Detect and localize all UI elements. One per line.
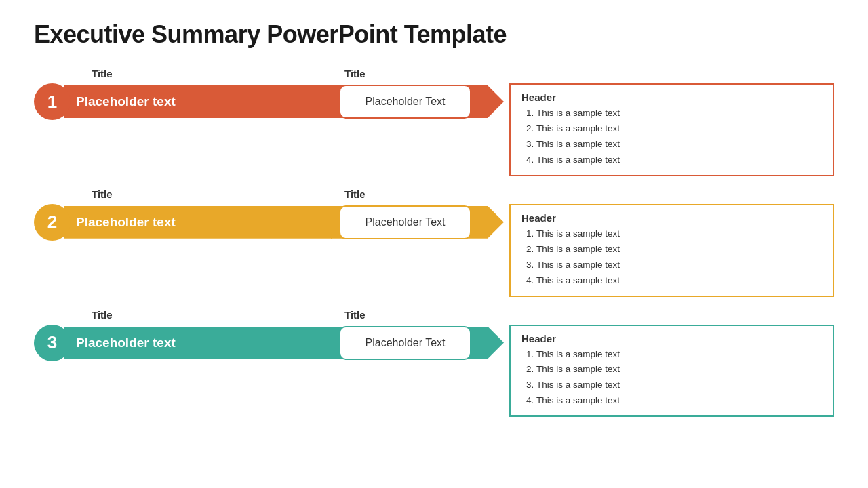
col-title-left-3: Title <box>34 309 332 321</box>
row-2: Title 2 Placeholder text Title Placehold… <box>34 188 834 297</box>
middle-section-3: Title Placeholder Text <box>331 309 504 363</box>
list-item: This is a sample text <box>536 152 822 168</box>
col-title-mid-3: Title <box>331 309 504 321</box>
mid-box-text-3: Placeholder Text <box>366 337 446 349</box>
mid-box-3: Placeholder Text <box>339 326 471 360</box>
right-box-3: Header This is a sample text This is a s… <box>509 325 834 418</box>
col-title-mid-2: Title <box>331 188 504 200</box>
row-1: Title 1 Placeholder text Title Placehold… <box>34 68 834 176</box>
list-item: This is a sample text <box>536 106 822 121</box>
bar-body-1: Placeholder text <box>64 85 332 118</box>
left-section-2: Title 2 Placeholder text <box>34 188 332 242</box>
mid-box-2: Placeholder Text <box>339 205 471 239</box>
mid-box-1: Placeholder Text <box>339 85 471 119</box>
middle-section-1: Title Placeholder Text <box>331 68 504 121</box>
arrow-bar-2: 2 Placeholder text <box>34 203 332 242</box>
list-item: This is a sample text <box>536 258 822 273</box>
list-item: This is a sample text <box>536 362 822 378</box>
right-header-2: Header <box>521 212 822 224</box>
right-header-1: Header <box>521 92 822 103</box>
right-header-3: Header <box>521 333 822 344</box>
arrow-bar-3: 3 Placeholder text <box>34 323 332 363</box>
mid-box-text-1: Placeholder Text <box>366 96 446 108</box>
mid-arrow-wrap-2: Placeholder Text <box>331 203 504 242</box>
right-list-2: This is a sample text This is a sample t… <box>521 226 822 289</box>
list-item: This is a sample text <box>536 137 822 152</box>
right-list-1: This is a sample text This is a sample t… <box>521 106 822 168</box>
list-item: This is a sample text <box>536 393 822 409</box>
col-title-mid-1: Title <box>331 68 504 79</box>
col-title-left-1: Title <box>34 68 332 79</box>
mid-arrow-wrap-1: Placeholder Text <box>331 82 504 121</box>
number-circle-2: 2 <box>34 204 71 241</box>
list-item: This is a sample text <box>536 226 822 242</box>
right-section-1: Header This is a sample text This is a s… <box>509 68 834 176</box>
middle-section-2: Title Placeholder Text <box>331 188 504 242</box>
right-section-2: Header This is a sample text This is a s… <box>509 188 834 297</box>
slide-title: Executive Summary PowerPoint Template <box>34 20 834 49</box>
col-title-left-2: Title <box>34 188 332 200</box>
mid-arrow-wrap-3: Placeholder Text <box>331 323 504 363</box>
right-box-2: Header This is a sample text This is a s… <box>509 204 834 297</box>
bar-text-2: Placeholder text <box>76 215 176 230</box>
arrow-bar-1: 1 Placeholder text <box>34 82 332 121</box>
left-section-1: Title 1 Placeholder text <box>34 68 332 121</box>
number-circle-3: 3 <box>34 325 71 361</box>
list-item: This is a sample text <box>536 378 822 393</box>
list-item: This is a sample text <box>536 242 822 258</box>
list-item: This is a sample text <box>536 273 822 289</box>
bar-text-3: Placeholder text <box>76 336 176 350</box>
left-section-3: Title 3 Placeholder text <box>34 309 332 363</box>
row-3: Title 3 Placeholder text Title Placehold… <box>34 309 834 418</box>
rows-container: Title 1 Placeholder text Title Placehold… <box>34 68 834 417</box>
list-item: This is a sample text <box>536 121 822 137</box>
slide: Executive Summary PowerPoint Template Ti… <box>0 0 868 488</box>
list-item: This is a sample text <box>536 347 822 363</box>
right-box-1: Header This is a sample text This is a s… <box>509 83 834 176</box>
mid-box-text-2: Placeholder Text <box>366 216 446 228</box>
number-circle-1: 1 <box>34 83 71 120</box>
bar-body-2: Placeholder text <box>64 206 332 239</box>
right-section-3: Header This is a sample text This is a s… <box>509 309 834 418</box>
bar-text-1: Placeholder text <box>76 94 176 109</box>
right-list-3: This is a sample text This is a sample t… <box>521 347 822 409</box>
bar-body-3: Placeholder text <box>64 327 332 359</box>
